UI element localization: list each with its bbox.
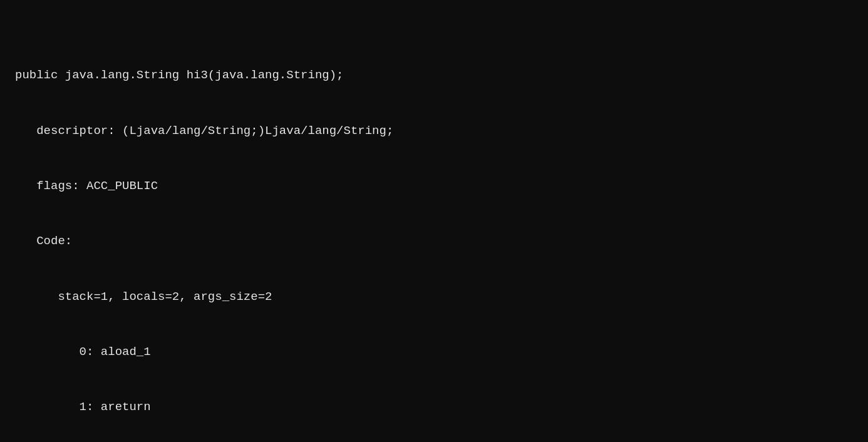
code-display: public java.lang.String hi3(java.lang.St… [15, 11, 853, 442]
code-text: public java.lang.String hi3(java.lang.St… [15, 68, 344, 82]
code-line-7: 1: areturn [15, 398, 853, 416]
code-line-4: Code: [15, 232, 853, 250]
code-text: 1: areturn [15, 400, 151, 414]
code-text: stack=1, locals=2, args_size=2 [15, 290, 272, 304]
code-line-1: public java.lang.String hi3(java.lang.St… [15, 66, 853, 85]
code-text: Code: [15, 234, 72, 248]
code-line-6: 0: aload_1 [15, 343, 853, 361]
code-text: flags: ACC_PUBLIC [15, 179, 158, 193]
code-text: descriptor: (Ljava/lang/String;)Ljava/la… [15, 124, 393, 138]
terminal-window: public java.lang.String hi3(java.lang.St… [0, 0, 868, 442]
code-line-2: descriptor: (Ljava/lang/String;)Ljava/la… [15, 122, 853, 140]
code-text: 0: aload_1 [15, 345, 151, 359]
code-line-3: flags: ACC_PUBLIC [15, 177, 853, 195]
code-line-5: stack=1, locals=2, args_size=2 [15, 288, 853, 306]
